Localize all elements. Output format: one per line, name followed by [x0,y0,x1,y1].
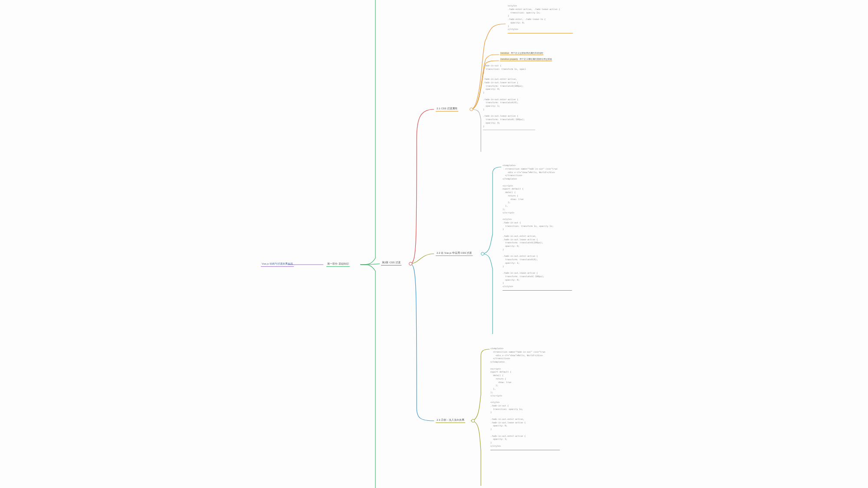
code-block-top: <style> .fade-enter-active, .fade-leave-… [508,4,573,33]
chapter-dot [409,262,412,265]
annotation-property-desc: 用于定义哪些属性需要应用过渡效 [519,58,552,60]
root-node[interactable]: Vue.js 动画与过渡效果实战 [261,262,294,267]
annotation-transition: transition 用于定义过渡效果的属性和持续时 [500,52,543,55]
code-block-2-2: <template> <transition name="fade-in-out… [503,164,572,291]
section-2-3-dot [471,419,475,422]
annotation-transition-keyword: transition [500,52,510,54]
annotation-transition-desc: 用于定义过渡效果的属性和持续时 [511,52,543,54]
code-block-2-3: <template> <transition name="fade-in-out… [490,347,560,450]
chapter-node[interactable]: 第2章 CSS 过渡 [381,261,401,265]
mindmap-edges [0,0,868,488]
section-2-1-dot [470,108,473,111]
section-2-2[interactable]: 2.2 在 Vue.js 中应用 CSS 过渡 [436,251,473,256]
code-block-2-1: .fade-in-out { transition: transform 1s,… [483,64,535,130]
part-node[interactable]: 第一部分 基础知识 [326,262,350,267]
section-2-1[interactable]: 2.1 CSS 过渡属性 [436,107,458,111]
section-2-2-dot [481,252,484,255]
annotation-property-keyword: transition-property [500,58,518,60]
annotation-transition-property: transition-property 用于定义哪些属性需要应用过渡效 [500,58,552,61]
section-2-3[interactable]: 2.3 示例：淡入淡出效果 [436,418,465,423]
